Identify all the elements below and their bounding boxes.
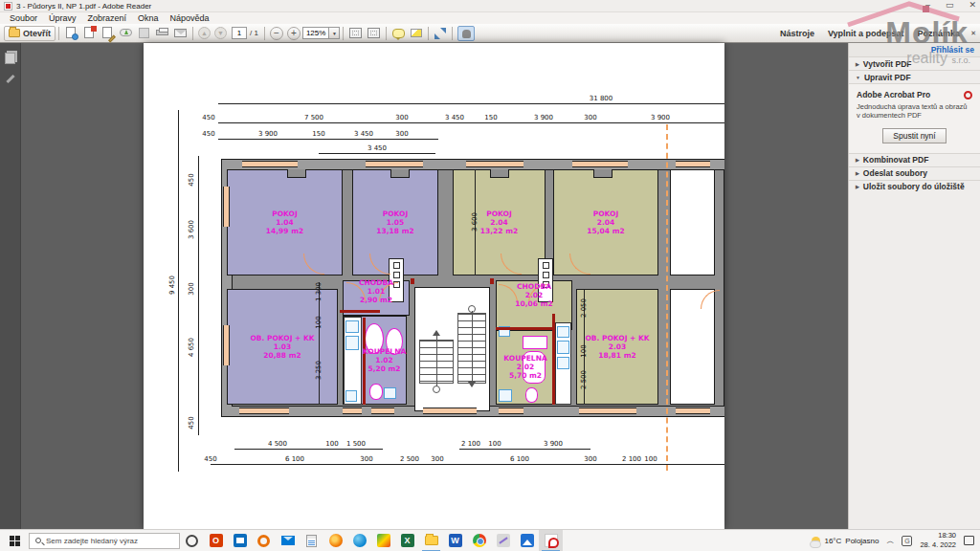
- zoom-in-button[interactable]: +: [287, 27, 301, 40]
- pdf-file-icon: [4, 2, 12, 11]
- zoom-level-value[interactable]: 125%: [302, 27, 329, 39]
- page-thumbnails-icon[interactable]: [5, 53, 15, 64]
- menu-zobrazeni[interactable]: Zobrazení: [82, 13, 133, 23]
- comment-panel-button[interactable]: Poznámka: [913, 26, 966, 41]
- email-button[interactable]: [174, 27, 187, 39]
- taskbar-icon-loop[interactable]: [252, 530, 276, 551]
- chevron-right-icon: ▶: [856, 61, 859, 67]
- taskbar-icon-edge[interactable]: [347, 530, 371, 551]
- panel-section-combine-pdf[interactable]: ▶Kombinovat PDF: [849, 153, 980, 166]
- red-wall-segment: [340, 310, 380, 313]
- taskbar-icon-explorer[interactable]: [419, 530, 443, 551]
- attachments-icon[interactable]: [6, 75, 14, 83]
- dimension-label: 6 100: [285, 455, 304, 463]
- taskbar-icon-acrobat[interactable]: [539, 530, 563, 551]
- highlight-tool-icon[interactable]: [411, 29, 422, 37]
- taskbar-icon-word[interactable]: W: [443, 530, 467, 551]
- hand-tool-button[interactable]: [457, 26, 475, 41]
- dim-line-bottom1a: [234, 449, 383, 450]
- close-button[interactable]: ✕: [969, 0, 976, 10]
- taskbar-icon-photos[interactable]: [515, 530, 539, 551]
- taskbar-clock[interactable]: 18:30 28. 4. 2022: [920, 531, 956, 550]
- taskbar-search-input[interactable]: Sem zadejte hledaný výraz: [29, 533, 180, 549]
- sign-document-button[interactable]: [101, 27, 114, 39]
- chevron-right-icon: ▶: [856, 184, 859, 189]
- window-top: [242, 161, 298, 167]
- taskbar-weather[interactable]: 16°C Polojasno: [812, 537, 879, 545]
- taskbar-icon-chrome[interactable]: [467, 530, 491, 551]
- next-page-button[interactable]: ▼: [214, 27, 227, 39]
- create-pdf-button[interactable]: [83, 27, 96, 39]
- pdf-page-floor-plan[interactable]: POKOJ1.0414,99 m2POKOJ1.0513,18 m2POKOJ2…: [144, 43, 724, 529]
- dimension-label: 3 900: [544, 440, 563, 448]
- chevron-right-icon: ▶: [856, 157, 859, 163]
- fit-width-button[interactable]: [349, 28, 362, 38]
- comment-bubble-icon[interactable]: [392, 29, 405, 38]
- dimension-label: 2 500: [400, 455, 419, 463]
- panel-section-edit-pdf[interactable]: ▼Upravit PDF: [849, 70, 980, 83]
- window-bottom: [423, 408, 477, 414]
- room-label: OB. POKOJ + KK1.0320,88 m2: [250, 334, 314, 360]
- taskbar-icon-excel[interactable]: X: [395, 530, 419, 551]
- tray-chevron-icon[interactable]: ︿: [886, 536, 894, 546]
- launch-now-button[interactable]: Spustit nyní: [882, 128, 946, 143]
- room-label: OB. POKOJ + KK2.0318,81 m2: [585, 334, 649, 360]
- stair-walkline: [472, 311, 473, 384]
- taskbar-icon-gradient[interactable]: [371, 530, 395, 551]
- menu-napoveda[interactable]: Nápověda: [165, 13, 215, 23]
- fullscreen-icon[interactable]: [434, 28, 446, 39]
- start-button[interactable]: [0, 530, 29, 551]
- menu-okna[interactable]: Okna: [132, 13, 165, 23]
- red-wall-segment: [496, 327, 552, 330]
- room-label: POKOJ2.0415,04 m2: [587, 209, 624, 235]
- toolbar-close-icon[interactable]: ✕: [970, 30, 976, 37]
- dimension-label: 450: [188, 164, 195, 196]
- taskbar-icon-cortana[interactable]: [180, 530, 204, 551]
- chevron-down-icon: ▼: [856, 75, 860, 80]
- panel-section-send-files[interactable]: ▶Odeslat soubory: [849, 166, 980, 180]
- minimize-button[interactable]: –: [925, 0, 930, 10]
- taskbar-icon-firefox[interactable]: [323, 530, 347, 551]
- page-number-input[interactable]: 1: [232, 27, 247, 39]
- tools-button[interactable]: Nástroje: [775, 26, 819, 41]
- kitchen-appliance: [557, 326, 569, 338]
- dim-line-top1: [218, 122, 724, 123]
- room-label: CHODBA2.0210,06 m2: [515, 282, 552, 308]
- send-to-cloud-button[interactable]: [120, 27, 132, 39]
- action-center-icon[interactable]: [964, 536, 974, 545]
- taskbar-icon-paint[interactable]: [491, 530, 515, 551]
- axis-dashed-line: [666, 124, 668, 471]
- taskbar-icon-store[interactable]: [228, 530, 252, 551]
- window-top: [366, 161, 423, 167]
- taskbar-icon-office[interactable]: O: [204, 530, 228, 551]
- wall-pier: [287, 169, 306, 178]
- toolbar: Otevřít ▲ ▼ 1 / 1 − + 125% ▼ Nástroje Vy…: [0, 24, 980, 43]
- previous-page-button[interactable]: ▲: [198, 27, 211, 39]
- document-icon: [306, 535, 317, 547]
- maximize-button[interactable]: ▭: [946, 0, 954, 10]
- panel-section-store-files[interactable]: ▶Uložit soubory do úložiště: [849, 180, 980, 193]
- fill-sign-button[interactable]: Vyplnit a podepsat: [823, 26, 909, 41]
- edge-icon: [353, 534, 367, 547]
- fit-page-button[interactable]: [368, 28, 380, 38]
- dimension-label: 450: [202, 130, 214, 138]
- save-pdf-online-button[interactable]: [65, 27, 78, 39]
- sign-in-link[interactable]: Přihlásit se: [849, 43, 980, 56]
- open-button[interactable]: Otevřít: [4, 26, 56, 41]
- window-top: [572, 161, 628, 167]
- save-button[interactable]: [138, 27, 150, 39]
- search-icon: [35, 538, 41, 543]
- print-button[interactable]: [156, 27, 168, 39]
- zoom-dropdown-arrow[interactable]: ▼: [329, 27, 340, 39]
- clock-date: 28. 4. 2022: [920, 540, 956, 550]
- menu-soubor[interactable]: Soubor: [4, 13, 43, 23]
- tray-input-icon[interactable]: G: [902, 536, 912, 546]
- dimension-label: 4 500: [268, 440, 287, 448]
- dimension-label: 31 800: [590, 95, 613, 102]
- zoom-out-button[interactable]: −: [270, 27, 283, 40]
- taskbar-icon-mail[interactable]: [276, 530, 300, 551]
- dim-line-overall-height: [178, 110, 179, 472]
- taskbar-icon-document[interactable]: [300, 530, 323, 551]
- panel-section-create-pdf[interactable]: ▶Vytvořit PDF: [849, 56, 980, 70]
- menu-upravy[interactable]: Úpravy: [43, 13, 82, 23]
